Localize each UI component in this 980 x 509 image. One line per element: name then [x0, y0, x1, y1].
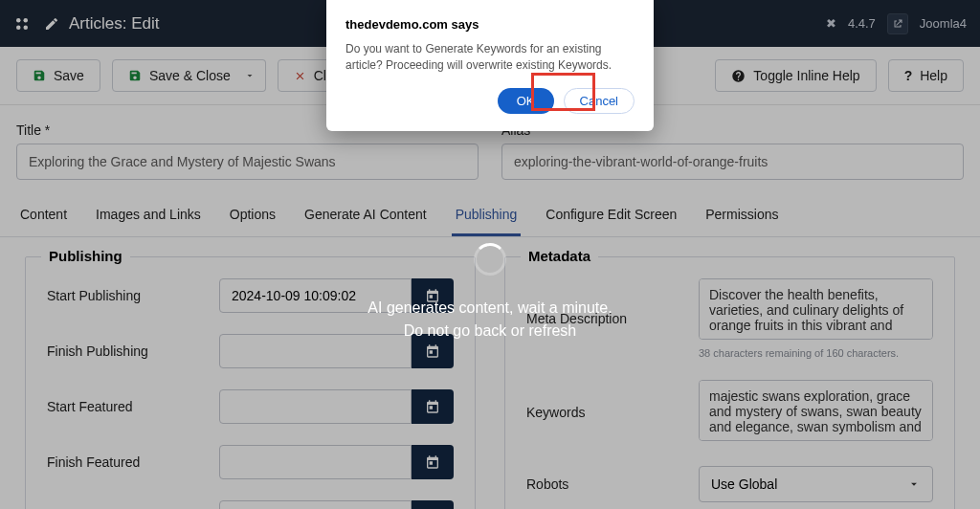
- spinner-icon: [474, 243, 506, 276]
- dialog-message: Do you want to Generate Keywords for an …: [345, 41, 635, 75]
- dialog-cancel-button[interactable]: Cancel: [564, 88, 635, 114]
- dialog-ok-button[interactable]: OK: [498, 88, 554, 114]
- dialog-origin: thedevdemo.com says: [345, 17, 635, 32]
- loading-message: AI generates content, wait a minute. Do …: [368, 297, 612, 343]
- confirm-dialog: thedevdemo.com says Do you want to Gener…: [326, 0, 654, 131]
